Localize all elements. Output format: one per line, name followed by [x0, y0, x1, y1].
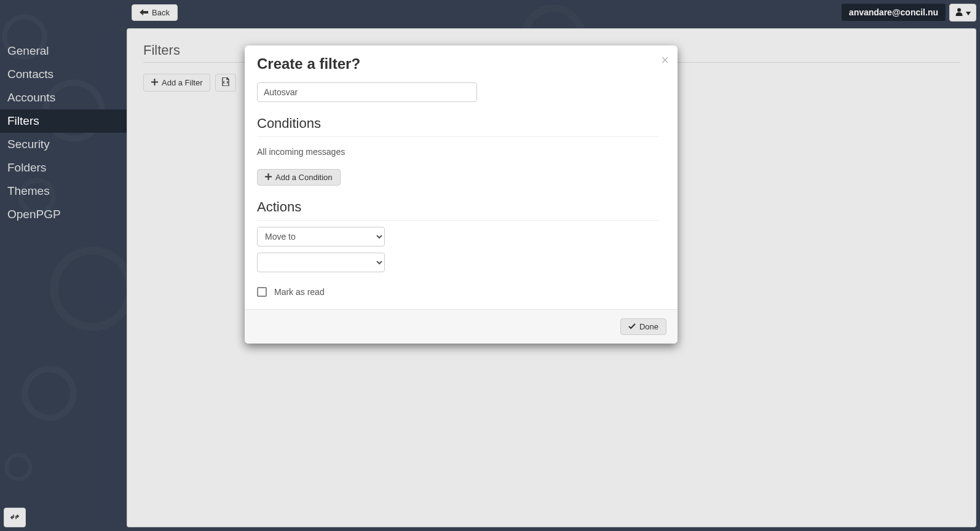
arrow-left-icon [140, 8, 148, 17]
sidebar-item-general[interactable]: General [0, 39, 127, 63]
sidebar-item-security[interactable]: Security [0, 133, 127, 156]
sidebar-item-label: Folders [7, 161, 46, 174]
sidebar-item-accounts[interactable]: Accounts [0, 86, 127, 109]
sidebar-item-label: Filters [7, 114, 39, 127]
top-bar: Back anvandare@concil.nu [0, 0, 980, 25]
modal-close-button[interactable]: × [661, 53, 669, 67]
back-label: Back [152, 8, 170, 17]
sidebar-item-filters[interactable]: Filters [0, 109, 127, 133]
sidebar-item-label: Accounts [7, 91, 55, 104]
plus-icon [151, 78, 158, 87]
check-icon [628, 322, 636, 331]
sidebar-item-label: Contacts [7, 68, 53, 81]
add-filter-label: Add a Filter [162, 78, 202, 87]
svg-rect-4 [265, 176, 272, 178]
sidebar-item-folders[interactable]: Folders [0, 156, 127, 179]
sidebar-item-label: Security [7, 138, 50, 151]
modal-title: Create a filter? [257, 55, 665, 73]
conditions-heading: Conditions [257, 116, 659, 137]
actions-heading: Actions [257, 199, 659, 221]
user-menu-button[interactable] [949, 4, 976, 22]
sidebar-item-label: General [7, 44, 49, 57]
mark-as-read-checkbox[interactable] [257, 287, 267, 297]
create-filter-modal: Create a filter? × Conditions All incomi… [245, 45, 678, 344]
action-type-select[interactable]: Move to [257, 227, 385, 246]
filter-name-input[interactable] [257, 82, 477, 102]
add-condition-label: Add a Condition [275, 173, 333, 182]
sidebar: General Contacts Accounts Filters Securi… [0, 25, 127, 531]
svg-rect-2 [151, 82, 158, 83]
svg-point-0 [957, 8, 961, 12]
sidebar-item-themes[interactable]: Themes [0, 179, 127, 203]
add-condition-button[interactable]: Add a Condition [257, 169, 341, 186]
file-code-icon [221, 77, 230, 88]
sidebar-item-contacts[interactable]: Contacts [0, 63, 127, 86]
back-button[interactable]: Back [132, 4, 178, 21]
account-email-badge[interactable]: anvandare@concil.nu [842, 4, 946, 21]
mark-as-read-label: Mark as read [274, 287, 325, 297]
close-icon: × [661, 53, 669, 67]
add-filter-button[interactable]: Add a Filter [143, 74, 210, 92]
sidebar-item-label: Themes [7, 184, 50, 197]
collapse-sidebar-button[interactable] [4, 508, 26, 527]
done-label: Done [639, 322, 658, 331]
modal-body: Conditions All incoming messages Add a C… [245, 79, 678, 309]
user-icon [955, 7, 963, 18]
done-button[interactable]: Done [620, 318, 666, 335]
plus-icon [265, 173, 272, 182]
modal-footer: Done [245, 309, 678, 344]
action-target-select[interactable] [257, 253, 385, 272]
conditions-summary: All incoming messages [257, 147, 659, 157]
open-raw-script-button[interactable] [215, 74, 236, 92]
caret-down-icon [966, 7, 971, 17]
modal-header: Create a filter? × [245, 45, 678, 79]
collapse-icon [10, 513, 19, 523]
sidebar-item-openpgp[interactable]: OpenPGP [0, 203, 127, 226]
mark-as-read-row: Mark as read [257, 287, 659, 297]
sidebar-item-label: OpenPGP [7, 208, 61, 221]
